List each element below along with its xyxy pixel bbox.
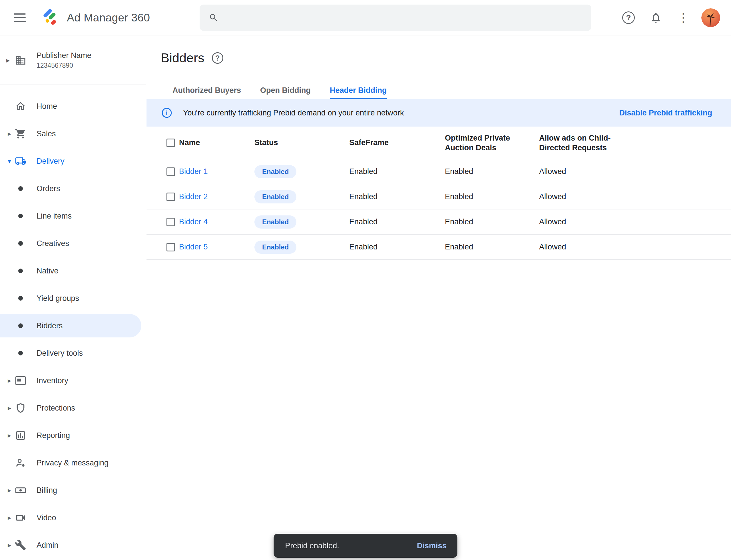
sidebar-item-bidders[interactable]: Bidders xyxy=(0,312,146,339)
bullet-icon xyxy=(18,269,23,273)
sidebar-item-privacy-messaging[interactable]: Privacy & messaging xyxy=(0,449,146,477)
status-badge: Enabled xyxy=(255,190,297,203)
safeframe-value: Enabled xyxy=(349,217,445,226)
sidebar-item-delivery-tools[interactable]: Delivery tools xyxy=(0,339,146,367)
search-input[interactable] xyxy=(225,5,584,31)
avatar-image xyxy=(701,8,720,27)
product-name: Ad Manager 360 xyxy=(67,11,150,24)
bullet-icon xyxy=(18,323,23,328)
sidebar-item-admin[interactable]: ▸ Admin xyxy=(0,531,146,559)
expand-arrow-icon: ▸ xyxy=(6,541,13,549)
expand-arrow-icon: ▸ xyxy=(6,130,13,138)
bullet-icon xyxy=(18,351,23,355)
building-icon xyxy=(15,55,26,66)
notifications-button[interactable] xyxy=(646,8,665,27)
inventory-icon xyxy=(15,375,26,386)
ad-manager-logo-icon xyxy=(41,8,60,27)
safeframe-value: Enabled xyxy=(349,167,445,176)
column-header-child-directed: Allow ads on Child-Directed Requests xyxy=(539,133,612,153)
prebid-info-banner: You're currently trafficking Prebid dema… xyxy=(147,99,731,127)
help-button[interactable]: ? xyxy=(619,8,638,27)
expand-arrow-icon: ▸ xyxy=(6,377,13,385)
banner-message: You're currently trafficking Prebid dema… xyxy=(183,109,619,117)
bidder-link[interactable]: Bidder 4 xyxy=(179,217,208,226)
sidebar-item-protections[interactable]: ▸ Protections xyxy=(0,394,146,422)
row-checkbox[interactable] xyxy=(167,243,175,251)
sidebar-item-yield-groups[interactable]: Yield groups xyxy=(0,285,146,312)
private-auction-value: Enabled xyxy=(445,192,539,201)
bar-chart-icon xyxy=(15,430,26,441)
payments-icon xyxy=(15,485,26,496)
sidebar-item-sales[interactable]: ▸ Sales xyxy=(0,120,146,147)
sidebar-item-line-items[interactable]: Line items xyxy=(0,202,146,230)
expand-arrow-icon: ▸ xyxy=(6,514,13,522)
select-all-checkbox[interactable] xyxy=(167,139,175,147)
sidebar-item-orders[interactable]: Orders xyxy=(0,175,146,202)
publisher-name: Publisher Name xyxy=(37,51,91,60)
status-badge: Enabled xyxy=(255,165,297,178)
bidder-link[interactable]: Bidder 2 xyxy=(179,192,208,201)
help-icon: ? xyxy=(622,11,635,24)
safeframe-value: Enabled xyxy=(349,243,445,251)
vertical-dots-icon: ⋮ xyxy=(677,12,689,24)
snackbar: Prebid enabled. Dismiss xyxy=(274,534,457,558)
collapse-arrow-icon: ▾ xyxy=(6,157,13,165)
tab-open-bidding[interactable]: Open Bidding xyxy=(260,86,311,99)
row-checkbox[interactable] xyxy=(167,193,175,201)
sidebar-item-home[interactable]: Home xyxy=(0,93,146,120)
expand-arrow-icon: ▸ xyxy=(6,486,13,494)
home-icon xyxy=(15,101,26,112)
table-row: Bidder 5 Enabled Enabled Enabled Allowed xyxy=(147,235,731,260)
child-directed-value: Allowed xyxy=(539,243,731,251)
row-checkbox[interactable] xyxy=(167,167,175,176)
main-content: Bidders ? Authorized Buyers Open Bidding… xyxy=(147,36,731,260)
bidder-link[interactable]: Bidder 1 xyxy=(179,167,208,176)
publisher-selector[interactable]: ▸ Publisher Name 1234567890 xyxy=(0,36,146,85)
more-options-button[interactable]: ⋮ xyxy=(674,8,693,27)
expand-arrow-icon: ▸ xyxy=(6,404,13,412)
child-directed-value: Allowed xyxy=(539,167,731,176)
sidebar-item-video[interactable]: ▸ Video xyxy=(0,504,146,531)
sidebar-nav: ▸ Publisher Name 1234567890 Home ▸ Sales… xyxy=(0,36,146,560)
shield-icon xyxy=(15,402,26,414)
search-bar[interactable] xyxy=(200,5,591,31)
bullet-icon xyxy=(18,186,23,191)
bidder-link[interactable]: Bidder 5 xyxy=(179,243,208,251)
search-icon xyxy=(209,13,219,23)
child-directed-value: Allowed xyxy=(539,192,731,201)
row-checkbox[interactable] xyxy=(167,218,175,226)
status-badge: Enabled xyxy=(255,215,297,229)
private-auction-value: Enabled xyxy=(445,167,539,176)
snackbar-dismiss-button[interactable]: Dismiss xyxy=(409,537,454,555)
safeframe-value: Enabled xyxy=(349,192,445,201)
expand-arrow-icon: ▸ xyxy=(6,431,13,439)
cart-icon xyxy=(15,128,26,139)
publisher-id: 1234567890 xyxy=(37,62,91,69)
status-badge: Enabled xyxy=(255,241,297,254)
column-header-private-auction: Optimized Private Auction Deals xyxy=(445,133,518,153)
sidebar-item-billing[interactable]: ▸ Billing xyxy=(0,477,146,504)
account-avatar[interactable] xyxy=(701,8,720,27)
bell-icon xyxy=(650,12,662,24)
sidebar-item-delivery[interactable]: ▾ Delivery xyxy=(0,147,146,175)
child-directed-value: Allowed xyxy=(539,217,731,226)
bullet-icon xyxy=(18,241,23,246)
sidebar-item-creatives[interactable]: Creatives xyxy=(0,230,146,257)
column-header-status: Status xyxy=(255,138,349,147)
snackbar-message: Prebid enabled. xyxy=(285,541,409,550)
hamburger-menu-icon[interactable] xyxy=(10,8,29,27)
table-header: Name Status SafeFrame Optimized Private … xyxy=(147,127,731,159)
disable-prebid-link[interactable]: Disable Prebid trafficking xyxy=(619,109,712,117)
wrench-icon xyxy=(15,539,26,551)
info-icon xyxy=(161,107,172,118)
tab-header-bidding[interactable]: Header Bidding xyxy=(330,86,387,99)
private-auction-value: Enabled xyxy=(445,243,539,251)
tab-authorized-buyers[interactable]: Authorized Buyers xyxy=(173,86,241,99)
page-help-icon[interactable]: ? xyxy=(212,52,223,64)
sidebar-item-native[interactable]: Native xyxy=(0,257,146,285)
expand-arrow-icon: ▸ xyxy=(6,56,10,64)
private-auction-value: Enabled xyxy=(445,217,539,226)
sidebar-item-inventory[interactable]: ▸ Inventory xyxy=(0,367,146,394)
truck-icon xyxy=(15,155,26,167)
sidebar-item-reporting[interactable]: ▸ Reporting xyxy=(0,422,146,449)
